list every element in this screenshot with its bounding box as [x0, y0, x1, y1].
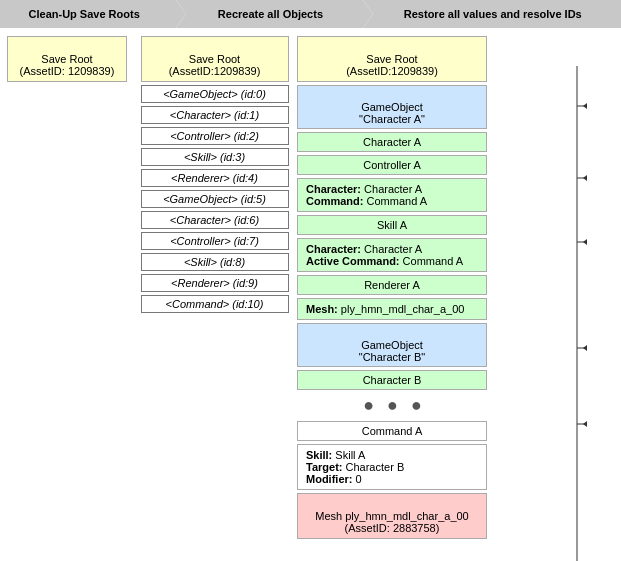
col2-item-8-label: <Skill> (id:8)	[184, 256, 245, 268]
bracket-lines	[549, 66, 589, 561]
renderer-a-mesh-val: ply_hmn_mdl_char_a_00	[341, 303, 465, 315]
skill-a-activecmd-val: Command A	[403, 255, 464, 267]
col2-item-10: <Command> (id:10)	[141, 295, 289, 313]
col3-controller-a-label: Controller A	[363, 159, 420, 171]
main-container: Clean-Up Save Roots Recreate all Objects…	[0, 0, 621, 545]
controller-a-char-label: Character:	[306, 183, 361, 195]
col1-save-root-label: Save Root (AssetID: 1209839)	[20, 53, 115, 77]
column2: Save Root (AssetID:1209839) <GameObject>…	[132, 34, 297, 539]
header-col1-label: Clean-Up Save Roots	[29, 8, 140, 20]
col2-save-root-label: Save Root (AssetID:1209839)	[169, 53, 261, 77]
skill-a-activecmd-label: Active Command:	[306, 255, 400, 267]
skill-a-char-label: Character:	[306, 243, 361, 255]
col3-command-a: Command A	[297, 421, 487, 441]
cmd-target-label: Target:	[306, 461, 342, 473]
controller-a-char-val: Character A	[364, 183, 422, 195]
header-col3-label: Restore all values and resolve IDs	[404, 8, 582, 20]
svg-marker-8	[583, 239, 587, 245]
col2-item-3: <Skill> (id:3)	[141, 148, 289, 166]
skill-a-char-val: Character A	[364, 243, 422, 255]
col2-item-7-label: <Controller> (id:7)	[170, 235, 259, 247]
col2-item-1-label: <Character> (id:1)	[170, 109, 259, 121]
svg-marker-6	[583, 103, 587, 109]
col2-item-7: <Controller> (id:7)	[141, 232, 289, 250]
col3-command-a-label: Command A	[362, 425, 423, 437]
col3-save-root-label: Save Root (AssetID:1209839)	[346, 53, 438, 77]
col3-character-b: Character B	[297, 370, 487, 390]
cmd-target-val: Character B	[346, 461, 405, 473]
col2-item-8: <Skill> (id:8)	[141, 253, 289, 271]
col2-item-2: <Controller> (id:2)	[141, 127, 289, 145]
columns-wrapper: Save Root (AssetID: 1209839) Save Root (…	[0, 28, 621, 545]
col3-gameobject-a-label: GameObject "Character A"	[359, 101, 425, 125]
col2-item-9-label: <Renderer> (id:9)	[171, 277, 258, 289]
header-col3: Restore all values and resolve IDs	[363, 0, 621, 28]
col2-item-9: <Renderer> (id:9)	[141, 274, 289, 292]
col2-item-4: <Renderer> (id:4)	[141, 169, 289, 187]
col2-item-5: <GameObject> (id:5)	[141, 190, 289, 208]
renderer-a-mesh-label: Mesh:	[306, 303, 338, 315]
col3-dots-label: ● ● ●	[363, 395, 426, 415]
col3-mesh-asset: Mesh ply_hmn_mdl_char_a_00 (AssetID: 288…	[297, 493, 487, 539]
svg-marker-7	[583, 175, 587, 181]
col1-save-root: Save Root (AssetID: 1209839)	[7, 36, 127, 82]
col2-item-0-label: <GameObject> (id:0)	[163, 88, 266, 100]
controller-a-cmd-val: Command A	[367, 195, 428, 207]
col2-item-0: <GameObject> (id:0)	[141, 85, 289, 103]
svg-marker-9	[583, 345, 587, 351]
column3: Save Root (AssetID:1209839) GameObject "…	[297, 34, 587, 539]
col2-item-3-label: <Skill> (id:3)	[184, 151, 245, 163]
header-col2: Recreate all Objects	[176, 0, 362, 28]
col3-controller-a: Controller A	[297, 155, 487, 175]
col3-renderer-a-label: Renderer A	[364, 279, 420, 291]
header-col1: Clean-Up Save Roots	[0, 0, 176, 28]
col3-renderer-a: Renderer A	[297, 275, 487, 295]
col2-save-root: Save Root (AssetID:1209839)	[141, 36, 289, 82]
cmd-skill-val: Skill A	[335, 449, 365, 461]
col2-item-6-label: <Character> (id:6)	[170, 214, 259, 226]
cmd-modifier-label: Modifier:	[306, 473, 352, 485]
col2-item-5-label: <GameObject> (id:5)	[163, 193, 266, 205]
col3-renderer-a-detail: Mesh: ply_hmn_mdl_char_a_00	[297, 298, 487, 320]
col2-item-4-label: <Renderer> (id:4)	[171, 172, 258, 184]
col3-gameobject-b-label: GameObject "Character B"	[359, 339, 426, 363]
col2-item-2-label: <Controller> (id:2)	[170, 130, 259, 142]
col2-item-10-label: <Command> (id:10)	[166, 298, 264, 310]
col2-item-1: <Character> (id:1)	[141, 106, 289, 124]
col3-gameobject-b: GameObject "Character B"	[297, 323, 487, 367]
col3-controller-a-detail: Character: Character A Command: Command …	[297, 178, 487, 212]
col3-skill-a-label: Skill A	[377, 219, 407, 231]
controller-a-cmd-label: Command:	[306, 195, 363, 207]
col2-item-6: <Character> (id:6)	[141, 211, 289, 229]
col3-command-a-detail: Skill: Skill A Target: Character B Modif…	[297, 444, 487, 490]
cmd-modifier-val: 0	[356, 473, 362, 485]
col3-save-root: Save Root (AssetID:1209839)	[297, 36, 487, 82]
col3-gameobject-a: GameObject "Character A"	[297, 85, 487, 129]
col3-character-a-label: Character A	[363, 136, 421, 148]
col3-mesh-asset-label: Mesh ply_hmn_mdl_char_a_00 (AssetID: 288…	[315, 510, 468, 534]
col3-skill-a: Skill A	[297, 215, 487, 235]
header-col2-label: Recreate all Objects	[218, 8, 323, 20]
svg-marker-10	[583, 421, 587, 427]
col3-skill-a-detail: Character: Character A Active Command: C…	[297, 238, 487, 272]
column1: Save Root (AssetID: 1209839)	[2, 34, 132, 539]
col3-character-a: Character A	[297, 132, 487, 152]
col3-character-b-label: Character B	[363, 374, 422, 386]
cmd-skill-label: Skill:	[306, 449, 332, 461]
col3-dots: ● ● ●	[297, 393, 492, 418]
header-row: Clean-Up Save Roots Recreate all Objects…	[0, 0, 621, 28]
